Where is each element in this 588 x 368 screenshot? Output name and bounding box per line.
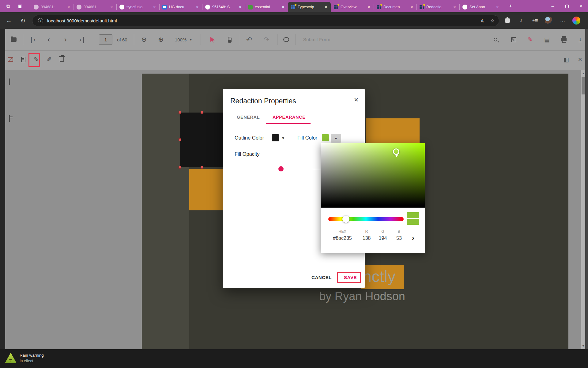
copilot-icon[interactable] (572, 16, 581, 25)
zoom-in-icon[interactable]: ⊕ (156, 34, 166, 45)
browser-tab[interactable]: syncfusio ✕ (116, 2, 159, 12)
browser-tab[interactable]: 994681 ✕ (74, 2, 116, 12)
resize-handle[interactable] (179, 111, 181, 114)
format-switch-icon[interactable]: › (412, 234, 414, 242)
tab-close-icon[interactable]: ✕ (195, 5, 200, 10)
cancel-button[interactable]: CANCEL (311, 275, 332, 280)
browser-tab[interactable]: Set Anno ✕ (459, 2, 502, 12)
download-icon[interactable]: ↓ (575, 34, 586, 45)
panel-toggle-icon[interactable]: ◧ (561, 54, 571, 65)
resize-handle[interactable] (179, 166, 181, 169)
form-designer-icon[interactable]: ▤ (542, 34, 552, 45)
window-minimize-button[interactable]: ─ (546, 0, 560, 12)
read-aloud-icon[interactable]: A (481, 18, 484, 23)
scroll-up-icon[interactable]: ▲ (581, 72, 585, 75)
next-page-icon[interactable]: › (60, 34, 71, 45)
browser-tab[interactable]: 994681: ✕ (31, 2, 74, 12)
open-file-icon[interactable] (8, 34, 19, 45)
comment-icon[interactable] (281, 34, 291, 45)
delete-annotation-icon[interactable] (57, 54, 67, 65)
search-icon[interactable] (490, 34, 501, 45)
tab-close-icon[interactable]: ✕ (66, 5, 71, 10)
window-restore-button[interactable] (560, 0, 574, 12)
annotation-edit-icon[interactable]: ✎ (508, 34, 519, 45)
zoom-level-value[interactable]: 100% (173, 34, 188, 45)
text-select-tool-icon[interactable] (207, 34, 218, 45)
settings-more-icon[interactable]: … (558, 16, 567, 25)
tab-close-icon[interactable]: ✕ (452, 5, 457, 10)
hue-slider[interactable] (328, 217, 404, 221)
color-picker-pin[interactable] (393, 148, 399, 155)
tab-close-icon[interactable]: ✕ (238, 5, 243, 10)
resize-handle[interactable] (201, 111, 203, 114)
tab-close-icon[interactable]: ✕ (367, 5, 371, 10)
tab-close-icon[interactable]: ✕ (409, 5, 414, 10)
fill-color-dropdown-icon[interactable]: ▾ (331, 134, 341, 143)
extensions-puzzle-icon[interactable] (503, 16, 512, 25)
workspaces-icon[interactable]: ⧉ (4, 2, 12, 10)
vertical-scrollbar[interactable]: ▲ ▼ (581, 70, 585, 349)
previous-page-icon[interactable]: ‹ (43, 34, 54, 45)
refresh-icon[interactable]: ↻ (19, 17, 27, 25)
ink-tool-icon[interactable]: ✎ (525, 34, 535, 45)
site-info-icon[interactable]: i (38, 18, 43, 23)
tab-close-icon[interactable]: ✕ (324, 5, 328, 10)
media-controls-icon[interactable]: ♪ (517, 16, 526, 25)
page-number-input[interactable]: 1 (99, 34, 112, 45)
tab-close-icon[interactable]: ✕ (152, 5, 157, 10)
profile-avatar[interactable] (545, 16, 553, 25)
address-input[interactable]: i localhost:3000/demos/default.html A ☆ (32, 15, 499, 26)
outline-color-swatch[interactable] (272, 134, 279, 141)
zoom-out-icon[interactable]: ⊖ (139, 34, 149, 45)
favorite-star-icon[interactable]: ☆ (491, 18, 495, 24)
undo-icon[interactable]: ↶ (244, 34, 254, 45)
last-page-icon[interactable]: ›❘ (77, 34, 88, 45)
tab-general[interactable]: GENERAL (237, 115, 260, 120)
saturation-value-area[interactable] (321, 143, 425, 208)
tab-close-icon[interactable]: ✕ (281, 5, 285, 10)
scroll-down-icon[interactable]: ▼ (581, 344, 585, 347)
b-label: B (388, 229, 410, 234)
redaction-annotation[interactable] (180, 113, 224, 167)
scrollbar-thumb[interactable] (582, 77, 585, 94)
weather-title[interactable]: Rain warning (20, 353, 44, 358)
dialog-close-icon[interactable]: ✕ (354, 96, 359, 103)
hue-slider-handle[interactable] (342, 216, 349, 223)
redact-page-icon[interactable] (18, 54, 28, 65)
redact-region-icon[interactable] (5, 54, 16, 65)
browser-tab[interactable]: 951648: S ✕ (202, 2, 245, 12)
weather-icon[interactable]: ☂ (5, 353, 17, 363)
fill-opacity-slider-handle[interactable] (278, 166, 284, 171)
collections-icon[interactable]: ⭒≡ (531, 16, 539, 25)
new-tab-button[interactable]: + (507, 2, 514, 10)
window-close-button[interactable]: ✕ (574, 0, 588, 12)
tab-actions-icon[interactable]: ▣ (17, 2, 24, 10)
back-icon[interactable]: ← (5, 17, 13, 25)
organize-pages-icon[interactable] (9, 116, 10, 121)
browser-tab[interactable]: Documen ✕ (374, 2, 417, 12)
edit-annotation-icon[interactable]: ✎ (44, 54, 54, 65)
zoom-dropdown-icon[interactable]: ▾ (188, 34, 194, 45)
outline-color-dropdown-icon[interactable]: ▾ (282, 136, 284, 140)
browser-tab[interactable]: essential ✕ (245, 2, 288, 12)
pan-tool-icon[interactable] (224, 34, 235, 45)
close-toolbar-icon[interactable]: ✕ (575, 54, 585, 65)
b-input[interactable]: 53 (388, 236, 410, 241)
browser-tab[interactable]: UG docu ✕ (159, 2, 202, 12)
browser-tab[interactable]: Overview ✕ (331, 2, 374, 12)
weather-subtitle[interactable]: In effect (20, 359, 33, 363)
resize-handle[interactable] (201, 166, 203, 169)
browser-tab[interactable]: Redactio ✕ (417, 2, 459, 12)
browser-tab-active[interactable]: Typescrip ✕ (288, 2, 331, 12)
print-icon[interactable] (559, 34, 569, 45)
first-page-icon[interactable]: ❘‹ (27, 34, 37, 45)
hex-input[interactable]: #8ac235 (332, 236, 353, 241)
redo-icon[interactable]: ↷ (261, 34, 272, 45)
tab-close-icon[interactable]: ✕ (109, 5, 114, 10)
resize-handle[interactable] (179, 138, 181, 141)
thumbnails-panel-icon[interactable] (9, 79, 10, 85)
tab-appearance[interactable]: APPEARANCE (273, 115, 306, 120)
tab-close-icon[interactable]: ✕ (495, 5, 500, 10)
submit-form-button[interactable]: Submit Form (300, 34, 334, 45)
fill-color-swatch[interactable] (322, 134, 329, 141)
